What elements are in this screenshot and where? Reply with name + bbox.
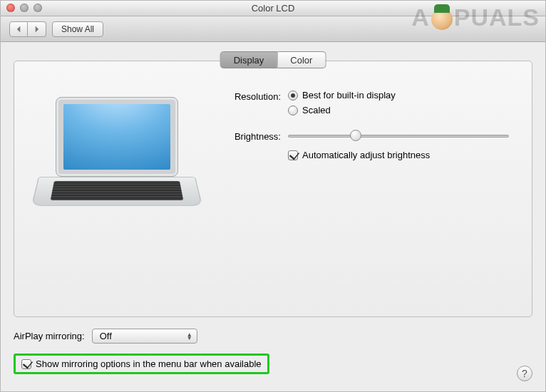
radio-icon xyxy=(288,105,298,115)
tab-color[interactable]: Color xyxy=(277,51,326,68)
laptop-image xyxy=(38,97,195,225)
show-all-button[interactable]: Show All xyxy=(52,21,103,37)
checkbox-icon xyxy=(21,359,31,369)
zoom-icon[interactable] xyxy=(34,4,42,12)
auto-brightness-option[interactable]: Automatically adjust brightness xyxy=(288,150,512,160)
popup-arrows-icon: ▲▼ xyxy=(187,333,192,340)
resolution-label: Resolution: xyxy=(217,90,288,102)
close-icon[interactable] xyxy=(6,4,15,12)
chevron-left-icon xyxy=(16,26,22,33)
show-mirroring-option[interactable]: Show mirroring options in the menu bar w… xyxy=(21,359,262,369)
airplay-label: AirPlay mirroring: xyxy=(14,331,85,341)
titlebar: Color LCD xyxy=(1,1,545,16)
settings-group: Resolution: Best for built-in display Sc… xyxy=(217,90,512,225)
resolution-best-option[interactable]: Best for built-in display xyxy=(288,90,512,100)
radio-icon xyxy=(288,91,298,100)
brightness-label: Brightness: xyxy=(217,130,288,142)
airplay-row: AirPlay mirroring: Off ▲▼ xyxy=(14,329,532,344)
toolbar: Show All xyxy=(1,16,545,42)
tab-display[interactable]: Display xyxy=(220,51,278,68)
checkbox-icon xyxy=(288,150,298,160)
mirroring-option-highlight: Show mirroring options in the menu bar w… xyxy=(14,354,269,374)
chevron-right-icon xyxy=(34,26,40,33)
minimize-icon[interactable] xyxy=(20,4,29,12)
content-panel: Display Color Resolution: Best xyxy=(14,61,532,317)
back-button[interactable] xyxy=(9,21,28,37)
slider-thumb[interactable] xyxy=(350,130,361,141)
tab-group: Display Color xyxy=(220,51,326,68)
window-title: Color LCD xyxy=(252,3,295,14)
resolution-scaled-option[interactable]: Scaled xyxy=(288,105,512,115)
display-pane: Resolution: Best for built-in display Sc… xyxy=(14,61,532,225)
help-button[interactable]: ? xyxy=(517,366,532,381)
forward-button[interactable] xyxy=(28,21,46,37)
bottom-area: AirPlay mirroring: Off ▲▼ Show mirroring… xyxy=(14,329,532,374)
airplay-popup[interactable]: Off ▲▼ xyxy=(92,329,197,344)
preferences-window: Color LCD Show All Display Color xyxy=(0,0,546,392)
window-controls xyxy=(6,4,42,12)
brightness-slider[interactable] xyxy=(288,130,509,143)
nav-segment xyxy=(9,21,46,37)
